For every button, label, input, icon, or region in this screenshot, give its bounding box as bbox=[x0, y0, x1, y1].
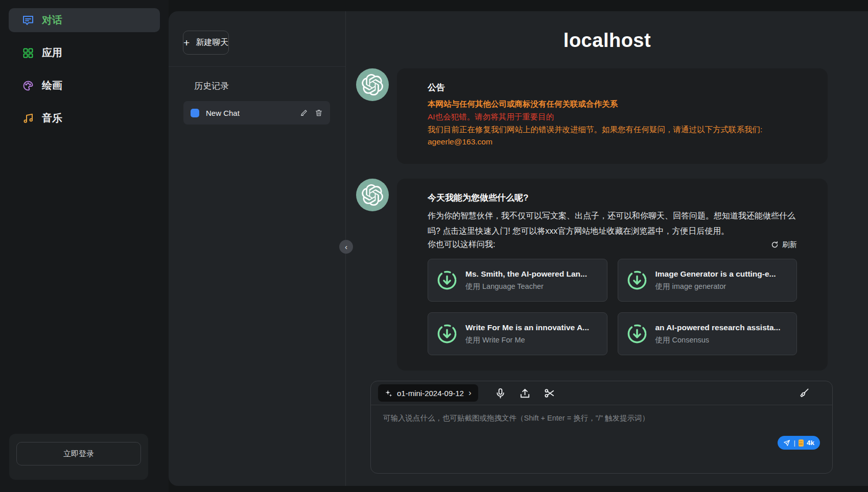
openai-logo-icon bbox=[362, 184, 383, 206]
music-note-icon bbox=[22, 112, 34, 125]
chat-bubble-icon bbox=[22, 14, 34, 27]
suggestion-title: Write For Me is an innovative A... bbox=[465, 323, 589, 332]
suggestion-title: an AI-powered research assista... bbox=[655, 323, 781, 332]
sidebar-item-music[interactable]: 音乐 bbox=[9, 106, 160, 130]
announcement-line: AI也会犯错。请勿将其用于重要目的 bbox=[428, 111, 797, 124]
chat-list-column: + 新建聊天 历史记录 New Chat bbox=[169, 11, 346, 486]
chat-history-item[interactable]: New Chat bbox=[183, 101, 330, 125]
new-chat-button[interactable]: + 新建聊天 bbox=[183, 31, 229, 55]
download-circle-icon bbox=[436, 323, 458, 345]
sidebar-item-label: 音乐 bbox=[42, 111, 62, 125]
microphone-icon[interactable] bbox=[495, 387, 506, 399]
sidebar-item-apps[interactable]: 应用 bbox=[9, 41, 160, 65]
suggestion-subtitle: 使用 Language Teacher bbox=[465, 282, 587, 291]
sidebar-item-chat[interactable]: 对话 bbox=[9, 8, 160, 32]
welcome-body: 作为你的智慧伙伴，我不仅可以写文案、出点子，还可以和你聊天、回答问题。想知道我还… bbox=[428, 208, 797, 238]
suggestion-card[interactable]: Write For Me is an innovative A... 使用 Wr… bbox=[428, 312, 607, 355]
suggestion-subtitle: 使用 image generator bbox=[655, 282, 776, 291]
new-chat-label: 新建聊天 bbox=[196, 37, 228, 48]
chat-color-dot bbox=[191, 109, 199, 117]
login-card: 立即登录 bbox=[9, 434, 148, 480]
scissors-icon[interactable] bbox=[544, 387, 555, 399]
token-badge: 4k bbox=[807, 439, 814, 447]
suggestion-title: Image Generator is a cutting-e... bbox=[655, 269, 776, 279]
delete-icon[interactable] bbox=[315, 109, 323, 117]
assistant-message: 今天我能为您做些什么呢? 作为你的智慧伙伴，我不仅可以写文案、出点子，还可以和你… bbox=[356, 179, 828, 371]
separator: | bbox=[793, 439, 795, 447]
model-selector[interactable]: o1-mini-2024-09-12 › bbox=[378, 384, 478, 402]
suggestion-card[interactable]: Ms. Smith, the AI-powered Lan... 使用 Lang… bbox=[428, 259, 607, 302]
send-plane-icon bbox=[783, 439, 790, 447]
openai-logo-avatar bbox=[356, 68, 389, 101]
refresh-label: 刷新 bbox=[782, 240, 797, 250]
suggestion-card[interactable]: an AI-powered research assista... 使用 Con… bbox=[618, 312, 797, 355]
sidebar-item-paint[interactable]: 绘画 bbox=[9, 73, 160, 97]
refresh-button[interactable]: 刷新 bbox=[771, 240, 797, 250]
refresh-icon bbox=[771, 241, 779, 249]
login-button[interactable]: 立即登录 bbox=[16, 442, 141, 465]
chevron-right-icon: › bbox=[468, 388, 472, 398]
sidebar-nav: 对话 应用 绘画 bbox=[0, 0, 169, 130]
model-name: o1-mini-2024-09-12 bbox=[397, 389, 464, 398]
sparkle-icon bbox=[385, 389, 392, 397]
openai-logo-avatar bbox=[356, 179, 389, 211]
announcement-email[interactable]: ageerle@163.com bbox=[428, 136, 797, 149]
download-circle-icon bbox=[626, 323, 648, 345]
welcome-title: 今天我能为您做些什么呢? bbox=[428, 192, 797, 204]
edit-icon[interactable] bbox=[300, 109, 308, 117]
composer-toolbar: o1-mini-2024-09-12 › bbox=[371, 381, 832, 405]
announcement-line: 本网站与任何其他公司或商标没有任何关联或合作关系 bbox=[428, 98, 797, 111]
composer: o1-mini-2024-09-12 › bbox=[370, 381, 833, 474]
download-circle-icon bbox=[626, 269, 648, 291]
upload-icon[interactable] bbox=[519, 387, 531, 399]
content-panel: + 新建聊天 历史记录 New Chat ‹ localhost bbox=[169, 11, 868, 486]
openai-logo-icon bbox=[362, 74, 383, 95]
ask-hint: 你也可以这样问我: bbox=[428, 239, 495, 250]
sidebar-item-label: 应用 bbox=[42, 46, 62, 60]
page-title: localhost bbox=[346, 30, 868, 52]
announcement-title: 公告 bbox=[428, 82, 797, 93]
token-coin-icon bbox=[799, 439, 804, 447]
sidebar-item-label: 对话 bbox=[42, 13, 62, 27]
plus-icon: + bbox=[183, 37, 190, 48]
suggestion-title: Ms. Smith, the AI-powered Lan... bbox=[465, 269, 587, 279]
collapse-sidebar-button[interactable]: ‹ bbox=[339, 240, 353, 254]
suggestion-subtitle: 使用 Consensus bbox=[655, 335, 781, 345]
announcement-bubble: 公告 本网站与任何其他公司或商标没有任何关联或合作关系 AI也会犯错。请勿将其用… bbox=[397, 68, 828, 164]
message-list: 公告 本网站与任何其他公司或商标没有任何关联或合作关系 AI也会犯错。请勿将其用… bbox=[346, 52, 868, 371]
assistant-message: 公告 本网站与任何其他公司或商标没有任何关联或合作关系 AI也会犯错。请勿将其用… bbox=[356, 68, 828, 164]
clear-broom-icon[interactable] bbox=[798, 387, 810, 399]
welcome-bubble: 今天我能为您做些什么呢? 作为你的智慧伙伴，我不仅可以写文案、出点子，还可以和你… bbox=[397, 179, 828, 371]
divider bbox=[169, 66, 345, 67]
download-circle-icon bbox=[436, 269, 458, 291]
apps-grid-icon bbox=[22, 47, 34, 59]
sidebar: 对话 应用 绘画 bbox=[0, 0, 169, 492]
suggestion-cards: Ms. Smith, the AI-powered Lan... 使用 Lang… bbox=[428, 259, 797, 355]
main-chat-area: localhost 公告 本网站与任何其他公司或商标没有任何关联或合作关系 AI… bbox=[346, 11, 868, 486]
palette-icon bbox=[22, 80, 34, 92]
send-button[interactable]: | 4k bbox=[778, 436, 820, 450]
suggestion-card[interactable]: Image Generator is a cutting-e... 使用 ima… bbox=[618, 259, 797, 302]
announcement-line: 我们目前正在修复我们网站上的错误并改进细节。如果您有任何疑问，请通过以下方式联系… bbox=[428, 124, 797, 136]
sidebar-item-label: 绘画 bbox=[42, 79, 62, 92]
history-title: 历史记录 bbox=[194, 80, 345, 92]
suggestion-subtitle: 使用 Write For Me bbox=[465, 335, 589, 345]
message-input[interactable] bbox=[371, 405, 832, 454]
chat-item-title: New Chat bbox=[206, 109, 293, 117]
